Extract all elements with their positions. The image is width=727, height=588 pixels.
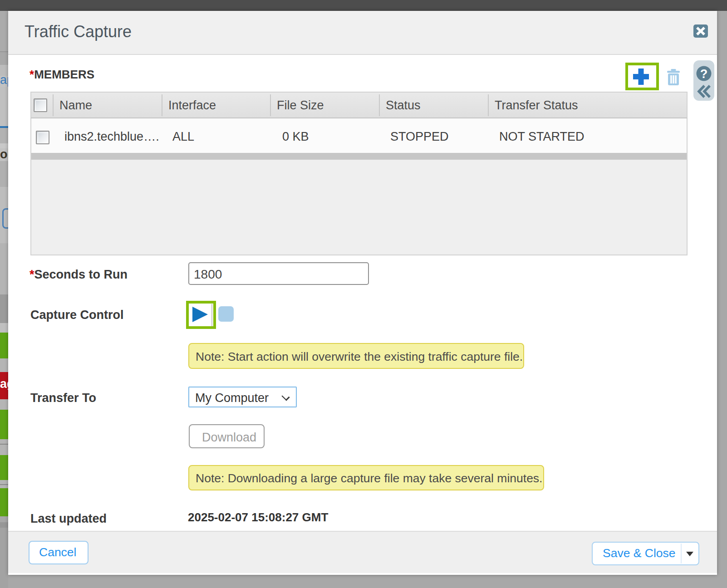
svg-text:?: ?: [700, 67, 708, 81]
